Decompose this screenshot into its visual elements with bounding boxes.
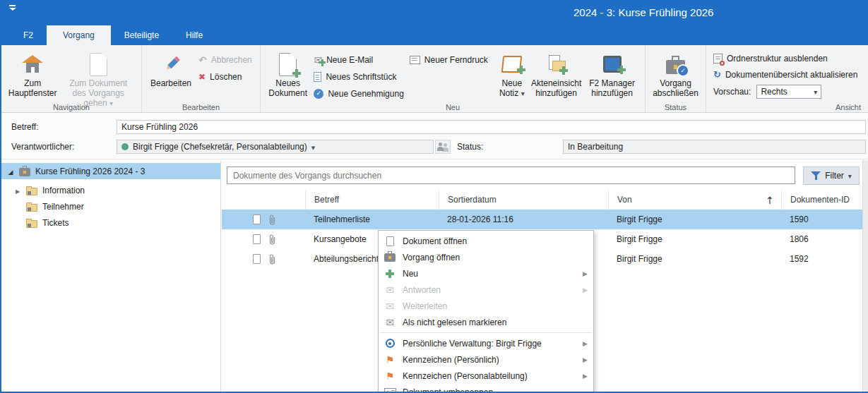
chevron-down-icon <box>848 171 852 180</box>
chevron-down-icon <box>521 89 525 97</box>
header-icons-column <box>222 191 305 210</box>
header-dokumenten-id[interactable]: Dokumenten-ID <box>781 191 862 210</box>
f2-manager-hinzufuegen-button[interactable]: F2 Manager hinzufügen <box>585 48 638 98</box>
flag-icon <box>386 355 395 365</box>
tree-item-teilnehmer[interactable]: Teilnehmer <box>1 198 220 214</box>
document-icon <box>386 236 394 246</box>
betreff-input[interactable] <box>117 120 866 134</box>
tree-expander-collapsed-icon[interactable] <box>14 186 21 195</box>
remote-print-icon <box>410 56 420 64</box>
plus-icon <box>517 66 525 74</box>
menu-separator <box>380 332 592 333</box>
header-sortierdatum[interactable]: Sortierdatum <box>439 191 608 210</box>
presence-status-dot <box>121 143 129 150</box>
eye-icon <box>386 339 395 348</box>
status-label: Status: <box>457 140 483 154</box>
chevron-down-icon <box>814 87 817 96</box>
tree-item-information[interactable]: Information <box>1 182 220 198</box>
submenu-arrow-icon: ▶ <box>583 356 588 363</box>
status-field[interactable]: In Bearbeitung <box>563 140 866 154</box>
case-briefcase-icon <box>384 253 396 262</box>
zum-dokument-des-vorgangs-button: Zum Dokument des Vorgangs gehen <box>61 48 135 108</box>
menu-item-weiterleiten: Weiterleiten <box>379 298 593 314</box>
group-label-neu: Neu <box>261 103 645 111</box>
chevron-down-icon <box>311 143 315 151</box>
header-betreff[interactable]: Betreff <box>305 191 439 210</box>
pencil-icon <box>162 55 181 74</box>
filter-funnel-icon <box>811 171 821 181</box>
tab-hilfe[interactable]: Hilfe <box>172 25 216 45</box>
menu-item-dokument-oeffnen[interactable]: Dokument öffnen <box>379 233 593 249</box>
vorschau-dropdown[interactable]: Rechts <box>756 85 821 99</box>
flag-icon <box>386 371 395 381</box>
search-box <box>227 167 795 184</box>
ribbon-group-bearbeiten: Bearbeiten Abbrechen Löschen Bearbeiten <box>141 45 260 112</box>
loeschen-button[interactable]: Löschen <box>198 71 252 83</box>
paperclip-icon <box>268 234 277 246</box>
case-metadata-bar: Betreff: Verantwortlicher: Birgit Frigge… <box>1 113 868 159</box>
people-icon <box>437 143 449 152</box>
akteneinsicht-hinzufuegen-button[interactable]: Akteneinsicht hinzufügen <box>531 48 581 98</box>
neues-dokument-button[interactable]: Neues Dokument <box>267 48 309 98</box>
document-icon <box>253 234 261 244</box>
plus-icon <box>319 59 326 66</box>
tree-root-case[interactable]: Kurse Frühling 2026 2024 - 3 <box>1 163 220 179</box>
neues-schriftstueck-button[interactable]: Neues Schriftstück <box>314 71 403 83</box>
zum-hauptfenster-button[interactable]: Zum Hauptfenster <box>8 48 57 98</box>
undo-icon <box>198 55 207 65</box>
paperclip-icon <box>268 253 277 265</box>
group-label-bearbeiten: Bearbeiten <box>142 103 260 111</box>
tab-f2[interactable]: F2 <box>10 25 47 45</box>
menu-item-als-nicht-gelesen[interactable]: Als nicht gelesen markieren <box>379 314 593 330</box>
menu-item-neu[interactable]: Neu ▶ <box>379 265 593 282</box>
vorgang-abschliessen-button[interactable]: Vorgang abschließen <box>652 48 699 98</box>
vorschau-label: Vorschau: <box>713 87 751 97</box>
preview-pane-splitter[interactable] <box>862 160 868 392</box>
menu-item-kennzeichen-persoenlich[interactable]: Kennzeichen (Persönlich) ▶ <box>379 351 593 368</box>
verantwortlicher-field[interactable]: Birgit Frigge (Chefsekretär, Personalabt… <box>117 140 434 154</box>
abbrechen-button: Abbrechen <box>198 54 252 66</box>
envelope-icon <box>386 318 394 327</box>
document-text-icon <box>314 72 321 82</box>
search-input[interactable] <box>227 171 795 181</box>
neue-genehmigung-button[interactable]: Neue Genehmigung <box>314 87 403 99</box>
list-header: Betreff Sortierdatum Von Dokumenten-ID <box>222 191 862 210</box>
rename-icon <box>384 388 396 393</box>
folder-tree-panel: Kurse Frühling 2026 2024 - 3 Information… <box>1 160 221 392</box>
submenu-arrow-icon: ▶ <box>583 340 588 347</box>
table-row[interactable]: Teilnehmerliste 28-01-2026 11:16 Birgit … <box>222 210 862 229</box>
document-icon <box>90 53 107 76</box>
submenu-arrow-icon: ▶ <box>583 286 588 294</box>
reply-icon <box>386 285 394 295</box>
quick-access-toolbar-icon[interactable] <box>8 4 17 12</box>
filter-button[interactable]: Filter <box>803 167 860 185</box>
document-icon <box>253 214 261 224</box>
neuer-ferndruck-button[interactable]: Neuer Ferndruck <box>410 54 492 66</box>
group-label-ansicht: Ansicht <box>706 103 868 111</box>
ribbon-group-navigation: Zum Hauptfenster Zum Dokument des Vorgan… <box>1 45 141 112</box>
betreff-label: Betreff: <box>11 120 38 134</box>
neue-email-button[interactable]: Neue E-Mail <box>314 54 403 66</box>
menu-item-persoenliche-verwaltung[interactable]: Persönliche Verwaltung: Birgit Frigge ▶ <box>379 335 593 351</box>
participants-button[interactable] <box>435 140 451 154</box>
delete-x-icon <box>198 73 206 81</box>
neue-notiz-button[interactable]: Neue Notiz <box>497 48 527 98</box>
menu-item-dokument-umbenennen[interactable]: Dokument umbenennen <box>379 384 593 393</box>
menu-item-kennzeichen-personalabteilung[interactable]: Kennzeichen (Personalabteilung) ▶ <box>379 368 593 384</box>
home-icon <box>22 55 43 74</box>
plus-icon <box>386 270 394 278</box>
ordnerstruktur-ausblenden-button[interactable]: Ordnerstruktur ausblenden <box>713 52 857 64</box>
menu-item-vorgang-oeffnen[interactable]: Vorgang öffnen <box>379 249 593 265</box>
submenu-arrow-icon: ▶ <box>583 373 588 380</box>
group-label-status: Status <box>646 103 706 111</box>
folder-icon <box>26 220 37 228</box>
bearbeiten-button[interactable]: Bearbeiten <box>148 48 194 88</box>
dokumentenuebersicht-aktualisieren-button[interactable]: Dokumentenübersicht aktualisieren <box>713 68 857 80</box>
tab-vorgang[interactable]: Vorgang <box>47 25 111 45</box>
folder-icon <box>26 204 37 212</box>
tree-item-tickets[interactable]: Tickets <box>1 214 220 231</box>
header-von[interactable]: Von <box>608 191 781 210</box>
tab-beteiligte[interactable]: Beteiligte <box>111 25 172 45</box>
approval-check-icon <box>314 89 323 99</box>
tree-expander-expanded-icon[interactable] <box>7 167 14 176</box>
